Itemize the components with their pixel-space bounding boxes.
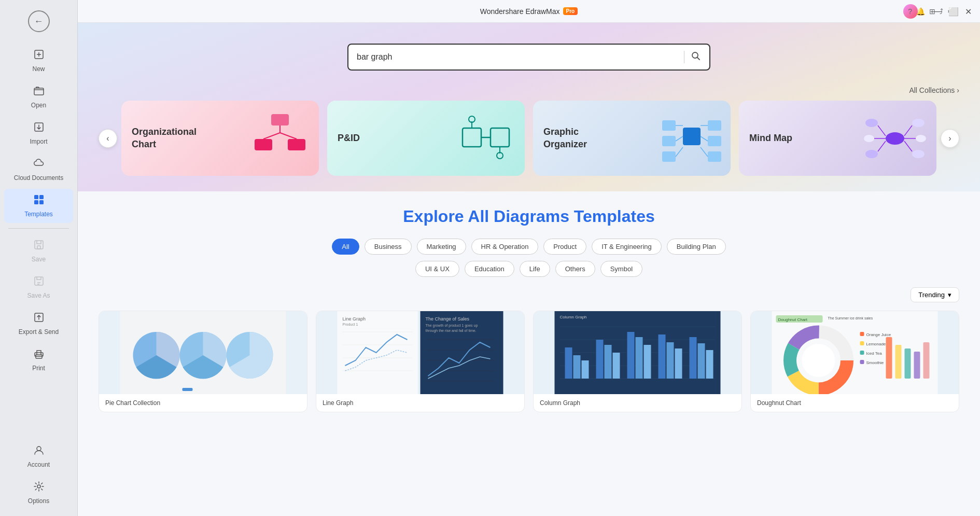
sidebar-save-label: Save bbox=[32, 256, 46, 263]
sidebar-print-label: Print bbox=[32, 365, 45, 372]
svg-text:Iced Tea: Iced Tea bbox=[866, 351, 883, 356]
filter-pill-business[interactable]: Business bbox=[365, 239, 412, 255]
template-thumb-doughnut: Doughnut Chart The Summer ice drink sale… bbox=[751, 311, 959, 394]
svg-text:The growth of product 1 goes u: The growth of product 1 goes up bbox=[426, 324, 478, 328]
filter-pill-it[interactable]: IT & Engineering bbox=[592, 239, 662, 255]
filter-pill-marketing[interactable]: Marketing bbox=[417, 239, 466, 255]
filter-pill-product[interactable]: Product bbox=[543, 239, 586, 255]
template-thumb-pie bbox=[99, 311, 307, 394]
filter-pill-life[interactable]: Life bbox=[520, 261, 550, 277]
svg-rect-20 bbox=[255, 139, 272, 150]
sidebar-item-export[interactable]: Export & Send bbox=[4, 306, 73, 341]
svg-text:Column Graph: Column Graph bbox=[560, 315, 587, 319]
pro-badge: Pro bbox=[563, 7, 578, 15]
svg-line-41 bbox=[676, 136, 683, 141]
search-input[interactable] bbox=[357, 52, 678, 62]
svg-rect-64 bbox=[183, 388, 193, 391]
filter-pills-row2: UI & UX Education Life Others Symbol bbox=[99, 261, 959, 277]
svg-rect-100 bbox=[690, 337, 697, 379]
filter-pill-symbol[interactable]: Symbol bbox=[600, 261, 642, 277]
svg-point-52 bbox=[864, 135, 874, 142]
svg-line-42 bbox=[676, 147, 683, 157]
svg-rect-95 bbox=[636, 337, 643, 379]
app-title: Wondershare EdrawMax bbox=[480, 7, 560, 16]
close-button[interactable]: ✕ bbox=[965, 6, 972, 16]
svg-rect-88 bbox=[565, 347, 572, 379]
carousel-prev-button[interactable]: ‹ bbox=[99, 129, 117, 148]
search-button[interactable] bbox=[691, 51, 701, 64]
svg-line-45 bbox=[701, 147, 708, 157]
filter-pill-all[interactable]: All bbox=[332, 239, 359, 255]
filter-pill-education[interactable]: Education bbox=[465, 261, 514, 277]
template-card-line[interactable]: Line Graph Product 1 bbox=[316, 311, 525, 412]
sidebar-item-templates[interactable]: Templates bbox=[4, 189, 73, 223]
filter-pill-others[interactable]: Others bbox=[555, 261, 595, 277]
svg-text:The Summer ice drink sales: The Summer ice drink sales bbox=[828, 316, 873, 320]
search-bar[interactable] bbox=[347, 44, 710, 71]
svg-line-56 bbox=[878, 141, 886, 151]
template-info-bar: Column Graph bbox=[534, 394, 741, 412]
org-chart-image bbox=[246, 101, 314, 176]
svg-rect-121 bbox=[886, 337, 892, 379]
carousel-card-graphic-organizer[interactable]: Graphic Organizer bbox=[533, 101, 731, 176]
svg-point-48 bbox=[865, 119, 878, 127]
svg-text:Product 1: Product 1 bbox=[343, 323, 358, 326]
svg-rect-96 bbox=[644, 345, 651, 379]
export-icon bbox=[33, 312, 45, 326]
carousel-next-button[interactable]: › bbox=[941, 129, 959, 148]
svg-text:Line Graph: Line Graph bbox=[343, 316, 366, 322]
svg-text:Doughnut Chart: Doughnut Chart bbox=[778, 317, 808, 322]
template-grid: Pie Chart Collection Line Graph Product … bbox=[99, 311, 959, 412]
sidebar-saveas-label: Save As bbox=[27, 292, 50, 299]
sidebar-item-account[interactable]: Account bbox=[4, 439, 73, 473]
content-area: All Collections › ‹ Organizational Chart bbox=[78, 23, 980, 516]
filter-pill-building[interactable]: Building Plan bbox=[667, 239, 726, 255]
svg-text:Smoothie: Smoothie bbox=[866, 360, 884, 365]
trending-dropdown[interactable]: Trending ▾ bbox=[911, 287, 959, 302]
svg-rect-115 bbox=[860, 341, 864, 345]
svg-line-24 bbox=[280, 133, 297, 139]
mind-map-label: Mind Map bbox=[749, 132, 792, 144]
carousel-card-mind-map[interactable]: Mind Map bbox=[739, 101, 936, 176]
svg-rect-39 bbox=[708, 151, 721, 162]
minimize-button[interactable]: — bbox=[934, 7, 942, 16]
all-collections-arrow: › bbox=[957, 86, 959, 94]
svg-point-51 bbox=[912, 150, 925, 158]
sidebar-item-new[interactable]: New bbox=[4, 44, 73, 78]
all-collections-link[interactable]: All Collections › bbox=[909, 86, 959, 94]
carousel-card-org-chart[interactable]: Organizational Chart bbox=[121, 101, 319, 176]
sidebar-account-label: Account bbox=[27, 461, 50, 468]
window-controls: — ⬜ ✕ bbox=[934, 6, 972, 16]
sidebar-item-options[interactable]: Options bbox=[4, 476, 73, 510]
sidebar-item-import[interactable]: Import bbox=[4, 116, 73, 150]
sidebar-item-cloud[interactable]: Cloud Documents bbox=[4, 152, 73, 187]
carousel-card-pid[interactable]: P&ID bbox=[327, 101, 525, 176]
templates-heading: Explore All Diagrams Templates bbox=[99, 207, 959, 226]
sidebar-open-label: Open bbox=[31, 102, 46, 109]
filter-pill-hr[interactable]: HR & Operation bbox=[471, 239, 539, 255]
back-button[interactable]: ← bbox=[28, 10, 50, 32]
sidebar-item-open[interactable]: Open bbox=[4, 80, 73, 114]
all-collections-label: All Collections bbox=[909, 86, 955, 94]
svg-point-112 bbox=[802, 344, 835, 377]
options-icon bbox=[33, 481, 45, 495]
svg-rect-26 bbox=[491, 128, 509, 147]
svg-rect-36 bbox=[662, 151, 676, 162]
carousel: ‹ Organizational Chart bbox=[99, 101, 959, 176]
svg-line-23 bbox=[263, 133, 280, 139]
sidebar-item-print[interactable]: Print bbox=[4, 343, 73, 377]
sidebar-import-label: Import bbox=[30, 138, 47, 145]
saveas-icon bbox=[33, 275, 45, 290]
trending-row: Trending ▾ bbox=[99, 287, 959, 302]
search-divider bbox=[684, 51, 684, 63]
mind-map-image bbox=[859, 101, 931, 176]
svg-rect-97 bbox=[659, 334, 666, 379]
template-card-pie[interactable]: Pie Chart Collection bbox=[99, 311, 307, 412]
template-card-bar[interactable]: Column Graph bbox=[533, 311, 742, 412]
notification-icon[interactable]: 🔔 bbox=[916, 7, 925, 16]
sidebar-new-label: New bbox=[32, 65, 45, 73]
filter-pill-uiux[interactable]: UI & UX bbox=[415, 261, 459, 277]
help-icon[interactable]: ? bbox=[908, 7, 912, 16]
template-card-doughnut[interactable]: Doughnut Chart The Summer ice drink sale… bbox=[750, 311, 959, 412]
maximize-button[interactable]: ⬜ bbox=[948, 6, 959, 16]
